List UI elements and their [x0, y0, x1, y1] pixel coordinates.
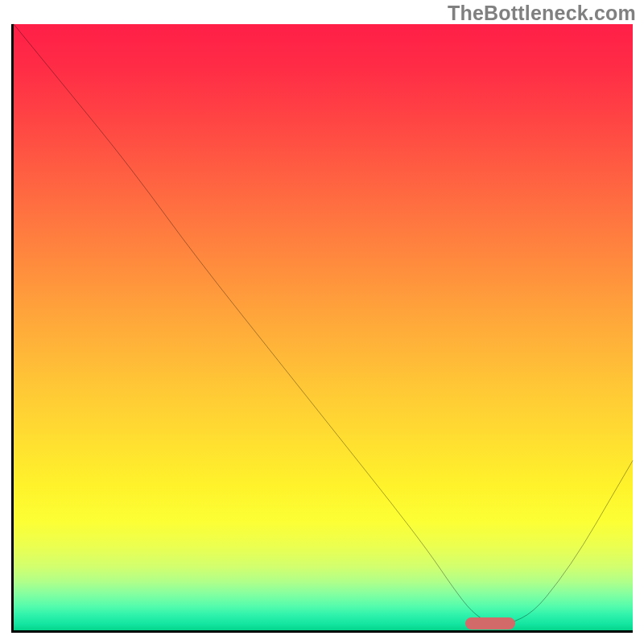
x-axis: [11, 630, 633, 633]
chart-stage: TheBottleneck.com: [0, 0, 644, 644]
y-axis: [11, 24, 14, 633]
optimal-marker: [465, 617, 515, 630]
plot-area: [11, 24, 633, 633]
watermark-text: TheBottleneck.com: [448, 2, 636, 25]
bottleneck-curve: [14, 24, 633, 630]
